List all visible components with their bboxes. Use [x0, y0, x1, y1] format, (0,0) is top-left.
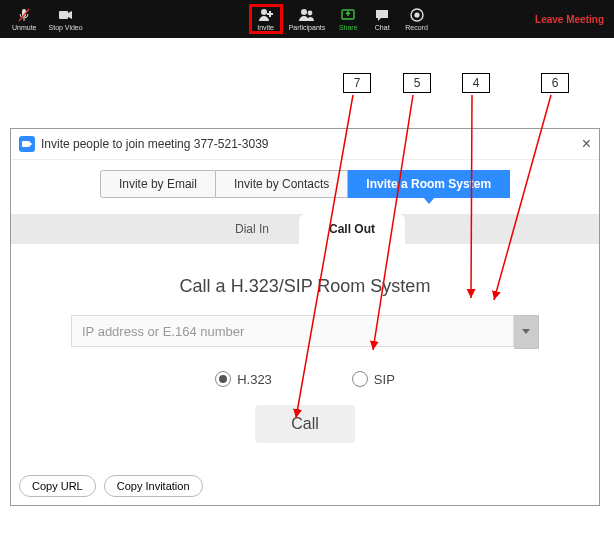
invite-room-system-tab[interactable]: Invite a Room System	[348, 170, 510, 198]
ip-address-input[interactable]	[71, 315, 514, 347]
chevron-down-icon	[522, 329, 530, 335]
call-out-heading: Call a H.323/SIP Room System	[71, 276, 539, 297]
call-out-tab[interactable]: Call Out	[299, 214, 405, 244]
invite-button[interactable]: Invite	[249, 4, 283, 34]
invite-label: Invite	[257, 24, 274, 31]
invite-method-tabs: Invite by Email Invite by Contacts Invit…	[11, 160, 599, 214]
share-label: Share	[339, 24, 358, 31]
participants-icon	[298, 7, 316, 23]
copy-url-button[interactable]: Copy URL	[19, 475, 96, 497]
dialog-title: Invite people to join meeting 377-521-30…	[41, 137, 269, 151]
chat-label: Chat	[375, 24, 390, 31]
room-system-tabs: Dial In Call Out	[11, 214, 599, 244]
radio-icon	[215, 371, 231, 387]
meeting-toolbar: Unmute Stop Video Invite Participants Sh…	[0, 0, 614, 38]
share-button[interactable]: Share	[331, 5, 365, 33]
stop-video-button[interactable]: Stop Video	[43, 5, 89, 33]
chat-icon	[374, 7, 390, 23]
invite-by-contacts-tab[interactable]: Invite by Contacts	[216, 170, 348, 198]
record-label: Record	[405, 24, 428, 31]
unmute-button[interactable]: Unmute	[6, 5, 43, 33]
dialog-header: Invite people to join meeting 377-521-30…	[11, 129, 599, 160]
svg-point-11	[414, 12, 419, 17]
leave-meeting-button[interactable]: Leave Meeting	[535, 14, 608, 25]
dialog-footer: Copy URL Copy Invitation	[11, 467, 599, 505]
invite-dialog: Invite people to join meeting 377-521-30…	[10, 128, 600, 506]
ip-history-dropdown[interactable]	[514, 315, 539, 349]
invite-by-email-tab[interactable]: Invite by Email	[100, 170, 216, 198]
svg-point-8	[308, 11, 313, 16]
svg-point-4	[261, 9, 267, 15]
share-icon	[340, 7, 356, 23]
annotation-5: 5	[403, 73, 431, 93]
protocol-sip-radio[interactable]: SIP	[352, 371, 395, 387]
participants-label: Participants	[289, 24, 326, 31]
zoom-icon	[19, 136, 35, 152]
annotation-6: 6	[541, 73, 569, 93]
call-button[interactable]: Call	[255, 405, 355, 443]
protocol-h323-radio[interactable]: H.323	[215, 371, 272, 387]
participants-button[interactable]: Participants	[283, 5, 332, 33]
invite-icon	[258, 7, 274, 23]
protocol-h323-label: H.323	[237, 372, 272, 387]
protocol-sip-label: SIP	[374, 372, 395, 387]
close-icon[interactable]: ×	[582, 136, 591, 152]
annotation-4: 4	[462, 73, 490, 93]
mic-icon	[18, 7, 30, 23]
unmute-label: Unmute	[12, 24, 37, 31]
dial-in-tab[interactable]: Dial In	[205, 214, 299, 244]
svg-rect-3	[59, 11, 68, 19]
copy-invitation-button[interactable]: Copy Invitation	[104, 475, 203, 497]
annotation-7: 7	[343, 73, 371, 93]
record-button[interactable]: Record	[399, 5, 434, 33]
svg-point-7	[301, 9, 307, 15]
stop-video-label: Stop Video	[49, 24, 83, 31]
record-icon	[410, 7, 424, 23]
camera-icon	[58, 7, 74, 23]
chat-button[interactable]: Chat	[365, 5, 399, 33]
radio-icon	[352, 371, 368, 387]
